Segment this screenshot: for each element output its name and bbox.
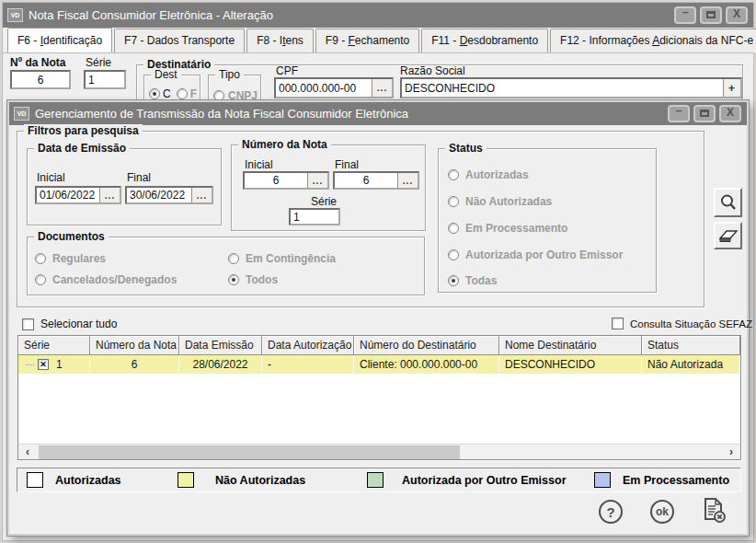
close-icon[interactable]: X — [719, 105, 741, 122]
tab-desdobramento[interactable]: F11 - Desdobramento — [421, 29, 548, 52]
emissao-inicial-field[interactable]: 01/06/2022 ... — [35, 186, 121, 204]
cell-data-emissao: 28/06/2022 — [179, 355, 262, 374]
dialog-title: Gerenciamento de Transmissão da Nota Fis… — [35, 107, 668, 121]
data-emissao-legend: Data de Emissão — [34, 142, 130, 155]
results-table: Série Número da Nota Data Emissão Data A… — [17, 335, 741, 460]
color-swatch — [27, 472, 43, 488]
column-status[interactable]: Status — [642, 336, 740, 355]
razao-add-button[interactable]: + — [723, 79, 740, 97]
status-option-autorizadas[interactable]: Autorizadas — [448, 168, 529, 181]
documentos-option-em-contingencia[interactable]: Em Contingência — [228, 252, 336, 265]
sefaz-status-checkbox[interactable]: Consulta Situação SEFAZ — [612, 318, 752, 329]
tab-bar: F6 - Identificação F7 - Dados Transporte… — [3, 28, 753, 53]
column-data-emissao[interactable]: Data Emissão — [179, 336, 262, 355]
column-serie[interactable]: Série — [18, 336, 90, 355]
radio-icon — [35, 274, 46, 285]
legend-item-autorizada-outro-emissor: Autorizada por Outro Emissor — [367, 472, 567, 488]
tab-informacoes-adicionais[interactable]: F12 - Informações Adicionais da NFC-e — [550, 29, 756, 52]
minimize-icon[interactable]: – — [674, 6, 696, 24]
scrollbar-thumb[interactable] — [39, 445, 460, 459]
app-logo-icon: VD — [14, 107, 29, 121]
maximize-icon[interactable] — [700, 6, 722, 24]
numero-final-field[interactable]: 6 ... — [333, 171, 419, 190]
date-browse-button[interactable]: ... — [99, 188, 120, 202]
tree-expand-icon[interactable] — [26, 364, 34, 365]
date-browse-button[interactable]: ... — [191, 188, 212, 202]
ok-button[interactable]: ok — [649, 499, 675, 525]
row-checkbox[interactable]: ✕ — [38, 359, 49, 370]
scroll-left-icon[interactable]: ‹ — [20, 445, 35, 459]
clear-filters-button[interactable] — [714, 222, 742, 249]
tipo-legend: Tipo — [215, 68, 244, 81]
dialog-body: Filtros para pesquisa Data de Emissão In… — [9, 125, 747, 534]
cell-numero: 6 — [90, 355, 179, 374]
transmission-dialog: VD Gerenciamento de Transmissão da Nota … — [7, 100, 749, 536]
maximize-icon[interactable] — [693, 105, 716, 122]
cell-nome-destinatario: DESCONHECIDO — [499, 355, 642, 374]
close-icon[interactable]: X — [726, 6, 748, 24]
numero-browse-button[interactable]: ... — [397, 173, 418, 188]
status-option-autorizada-outro-emissor[interactable]: Autorizada por Outro Emissor — [448, 248, 623, 261]
column-numero-nota[interactable]: Número da Nota — [90, 336, 179, 355]
cpf-browse-button[interactable]: ... — [372, 79, 392, 97]
horizontal-scrollbar[interactable]: ‹ › — [18, 444, 740, 459]
documentos-group: Documentos Regulares Em Contingência Can… — [27, 237, 425, 295]
main-titlebar: VD Nota Fiscal Consumidor Eletrônica - A… — [3, 3, 753, 28]
column-data-autorizacao[interactable]: Data Autorização — [262, 336, 354, 355]
numero-serie-label: Série — [311, 195, 337, 208]
cpf-field[interactable]: 000.000.000-00 ... — [274, 77, 394, 98]
app-logo-icon: VD — [7, 8, 23, 22]
documentos-option-todos[interactable]: Todos — [228, 273, 278, 286]
razao-social-field[interactable]: DESCONHECIDO + — [400, 77, 742, 98]
nota-number-field[interactable]: 6 — [10, 70, 71, 89]
select-all-checkbox[interactable]: Selecionar tudo — [22, 318, 117, 330]
serie-field[interactable]: 1 — [84, 70, 126, 89]
table-header: Série Número da Nota Data Emissão Data A… — [18, 336, 740, 355]
table-row[interactable]: ✕ 1 6 28/06/2022 - Cliente: 000.000.000-… — [18, 355, 740, 374]
tab-fechamento[interactable]: F9 - Fechamento — [315, 29, 419, 52]
legend-item-em-processamento: Em Processamento — [594, 472, 729, 488]
color-swatch — [367, 472, 384, 488]
cell-serie: ✕ 1 — [18, 355, 90, 374]
emissao-final-field[interactable]: 30/06/2022 ... — [125, 186, 213, 204]
scroll-right-icon[interactable]: › — [724, 445, 739, 459]
radio-icon — [149, 88, 160, 99]
status-legend: Status — [445, 142, 487, 155]
discard-document-button[interactable] — [701, 497, 727, 523]
help-button[interactable]: ? — [598, 499, 624, 525]
cell-data-autorizacao: - — [262, 355, 354, 374]
status-color-legend: Autorizadas Não Autorizadas Autorizada p… — [17, 468, 741, 492]
status-option-nao-autorizadas[interactable]: Não Autorizadas — [448, 195, 552, 208]
dest-radio-cliente[interactable]: C F — [149, 87, 197, 100]
document-cancel-icon — [702, 497, 727, 524]
minimize-icon[interactable]: – — [668, 105, 690, 122]
cell-numero-destinatario: Cliente: 000.000.000-00 — [354, 355, 499, 374]
help-icon: ? — [599, 500, 623, 524]
numero-serie-field[interactable]: 1 — [289, 208, 340, 225]
search-icon — [719, 193, 738, 212]
tab-dados-transporte[interactable]: F7 - Dados Transporte — [114, 29, 245, 52]
radio-icon — [448, 169, 459, 180]
documentos-option-regulares[interactable]: Regulares — [35, 252, 106, 265]
main-window-controls: – X — [674, 6, 748, 24]
documentos-option-cancelados-denegados[interactable]: Cancelados/Denegados — [35, 273, 177, 286]
radio-icon — [228, 253, 239, 264]
ok-icon: ok — [650, 500, 674, 524]
column-numero-destinatario[interactable]: Número do Destinatário — [354, 336, 499, 355]
radio-icon — [448, 223, 459, 234]
main-window-title: Nota Fiscal Consumidor Eletrônica - Alte… — [29, 8, 674, 22]
status-option-em-processamento[interactable]: Em Processamento — [448, 222, 567, 235]
tab-itens[interactable]: F8 - Itens — [246, 29, 314, 52]
numero-nota-legend: Número da Nota — [238, 138, 331, 151]
numero-browse-button[interactable]: ... — [307, 173, 327, 188]
numero-inicial-label: Inicial — [245, 158, 273, 171]
column-nome-destinatario[interactable]: Nome Destinatário — [499, 336, 642, 355]
numero-inicial-field[interactable]: 6 ... — [243, 171, 329, 190]
tab-identificacao[interactable]: F6 - Identificação — [7, 28, 112, 52]
radio-icon — [177, 88, 188, 99]
search-button[interactable] — [714, 188, 742, 217]
application-window: VD Nota Fiscal Consumidor Eletrônica - A… — [0, 0, 756, 543]
legend-item-autorizadas: Autorizadas — [27, 472, 121, 488]
cell-status: Não Autorizada — [642, 355, 740, 374]
status-option-todas[interactable]: Todas — [448, 274, 497, 287]
